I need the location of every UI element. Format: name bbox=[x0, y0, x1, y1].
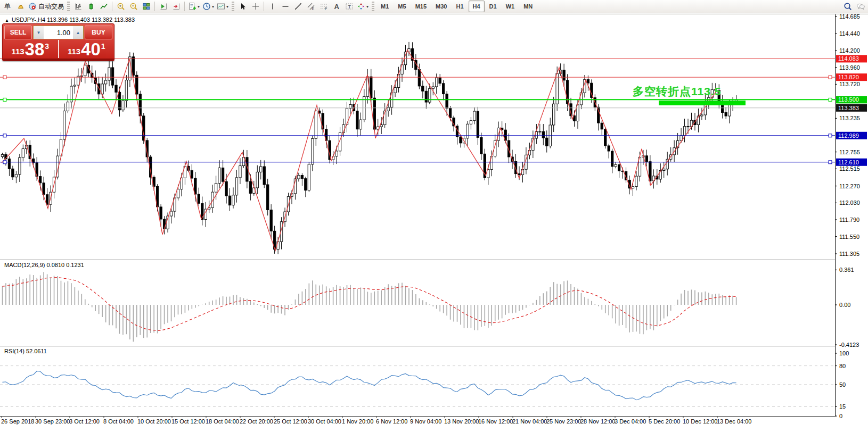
svg-text:30 Oct 04:00: 30 Oct 04:00 bbox=[308, 418, 341, 425]
toolbar-separator bbox=[184, 2, 185, 11]
svg-text:3 Dec 04:00: 3 Dec 04:00 bbox=[615, 418, 646, 425]
timeframe-button-m1[interactable]: M1 bbox=[376, 1, 393, 12]
svg-text:15: 15 bbox=[839, 403, 846, 410]
svg-text:13 Dec 04:00: 13 Dec 04:00 bbox=[717, 418, 751, 425]
svg-text:112.755: 112.755 bbox=[839, 149, 860, 155]
hline-handle[interactable] bbox=[3, 76, 6, 79]
autotrading-button[interactable]: 自动交易 bbox=[27, 1, 65, 12]
chat-icon[interactable] bbox=[854, 1, 866, 12]
svg-text:113.500: 113.500 bbox=[838, 96, 859, 103]
vertical-line-button[interactable] bbox=[266, 1, 279, 12]
svg-text:6 Nov 12:00: 6 Nov 12:00 bbox=[376, 418, 407, 425]
timeframe-button-mn[interactable]: MN bbox=[519, 1, 537, 12]
auto-scroll-button[interactable] bbox=[157, 1, 169, 12]
svg-text:10 Oct 20:00: 10 Oct 20:00 bbox=[137, 418, 171, 425]
search-icon[interactable] bbox=[841, 1, 854, 12]
chart-annotation-text[interactable]: 多空转折点113.5 bbox=[633, 84, 721, 99]
hline-handle[interactable] bbox=[829, 98, 832, 101]
chart-canvas[interactable]: 114.685114.440114.200113.960113.720113.2… bbox=[0, 13, 868, 432]
one-click-trading-panel: SELL ▼ ▲ BUY 113 38 3 113 40 1 bbox=[2, 23, 114, 61]
svg-text:114.200: 114.200 bbox=[839, 47, 860, 54]
dropdown-caret-icon[interactable]: ▾ bbox=[226, 4, 228, 9]
crosshair-button[interactable] bbox=[249, 1, 261, 12]
dropdown-caret-icon[interactable]: ▾ bbox=[212, 4, 214, 9]
svg-text:T: T bbox=[348, 4, 351, 10]
svg-text:0.361: 0.361 bbox=[839, 267, 854, 273]
fibonacci-button[interactable]: F bbox=[317, 1, 330, 12]
new-order-button-partial[interactable]: 单 bbox=[2, 1, 14, 12]
svg-text:113.960: 113.960 bbox=[839, 64, 860, 71]
dropdown-caret-icon[interactable]: ▾ bbox=[198, 4, 200, 9]
main-toolbar: 单自动交易▾▾▾EFAT▾M1M5M15M30H1H4D1W1MN bbox=[0, 0, 868, 13]
zoom-out-button[interactable] bbox=[127, 1, 140, 12]
hline-handle[interactable] bbox=[3, 134, 6, 137]
bar-chart-button[interactable] bbox=[72, 1, 84, 12]
svg-text:50: 50 bbox=[839, 381, 846, 388]
volume-decrease-button[interactable]: ▼ bbox=[34, 26, 44, 39]
text-label-button[interactable]: T bbox=[343, 1, 355, 12]
buy-price-main: 40 bbox=[81, 42, 101, 57]
svg-text:114.440: 114.440 bbox=[839, 30, 860, 37]
svg-text:25 Oct 12:00: 25 Oct 12:00 bbox=[274, 418, 307, 425]
buy-price-pip: 1 bbox=[101, 42, 105, 51]
timeframe-button-h4[interactable]: H4 bbox=[469, 1, 485, 12]
timeframe-button-m5[interactable]: M5 bbox=[394, 1, 410, 12]
volume-input[interactable] bbox=[44, 26, 73, 39]
channel-button[interactable]: E bbox=[305, 1, 317, 12]
svg-text:112.515: 112.515 bbox=[839, 165, 860, 172]
timeframe-button-h1[interactable]: H1 bbox=[452, 1, 468, 12]
svg-text:E: E bbox=[312, 7, 314, 11]
buy-button[interactable]: BUY bbox=[85, 26, 112, 39]
svg-text:10 Dec 12:00: 10 Dec 12:00 bbox=[683, 418, 717, 425]
toolbar-separator bbox=[154, 2, 155, 11]
sell-button[interactable]: SELL bbox=[4, 26, 32, 39]
trendline-button[interactable] bbox=[292, 1, 304, 12]
timeframe-button-m30[interactable]: M30 bbox=[431, 1, 451, 12]
svg-text:80: 80 bbox=[839, 363, 846, 369]
hline-handle[interactable] bbox=[829, 134, 832, 137]
svg-text:15 Oct 12:00: 15 Oct 12:00 bbox=[171, 418, 205, 425]
dropdown-caret-icon[interactable]: ▾ bbox=[366, 4, 369, 9]
templates-button[interactable]: ▾ bbox=[216, 1, 230, 12]
collapse-marker-icon[interactable]: ▲ bbox=[5, 18, 9, 23]
svg-text:9 Nov 04:00: 9 Nov 04:00 bbox=[410, 418, 441, 425]
svg-text:A: A bbox=[334, 3, 339, 11]
hline-handle[interactable] bbox=[3, 98, 6, 101]
cursor-button[interactable] bbox=[236, 1, 249, 12]
annotation-highlight-bar[interactable] bbox=[659, 101, 746, 105]
indicators-button[interactable]: ▾ bbox=[187, 1, 201, 12]
timeframe-button-m15[interactable]: M15 bbox=[411, 1, 431, 12]
buy-price-display[interactable]: 113 40 1 bbox=[59, 40, 114, 58]
volume-stepper: ▼ ▲ bbox=[33, 26, 84, 39]
svg-text:0.00: 0.00 bbox=[839, 302, 850, 308]
volume-increase-button[interactable]: ▲ bbox=[73, 26, 83, 39]
zoom-in-button[interactable] bbox=[114, 1, 127, 12]
hline-handle[interactable] bbox=[829, 161, 832, 164]
svg-text:25 Nov 23:00: 25 Nov 23:00 bbox=[546, 418, 581, 425]
candlestick-chart-button[interactable] bbox=[85, 1, 97, 12]
svg-text:111.790: 111.790 bbox=[839, 217, 859, 223]
svg-text:112.610: 112.610 bbox=[838, 159, 859, 165]
sell-price-display[interactable]: 113 38 3 bbox=[3, 40, 58, 58]
chart-shift-button[interactable] bbox=[170, 1, 182, 12]
line-chart-button[interactable] bbox=[97, 1, 110, 12]
svg-text:113.720: 113.720 bbox=[839, 81, 860, 87]
text-button[interactable]: A bbox=[330, 1, 342, 12]
gold-ingot-icon[interactable] bbox=[14, 1, 27, 12]
svg-text:26 Sep 2018: 26 Sep 2018 bbox=[1, 418, 34, 425]
svg-text:16 Nov 12:00: 16 Nov 12:00 bbox=[478, 418, 513, 425]
hline-handle[interactable] bbox=[829, 76, 832, 79]
rsi-label: RSI(14) 52.0611 bbox=[4, 348, 47, 354]
periods-button[interactable]: ▾ bbox=[201, 1, 215, 12]
timeframe-button-w1[interactable]: W1 bbox=[502, 1, 519, 12]
svg-text:112.989: 112.989 bbox=[838, 132, 859, 139]
toolbar-separator bbox=[264, 2, 264, 11]
timeframe-button-d1[interactable]: D1 bbox=[485, 1, 501, 12]
horizontal-line-button[interactable] bbox=[279, 1, 291, 12]
svg-text:-0.4123: -0.4123 bbox=[839, 342, 859, 348]
svg-text:112.030: 112.030 bbox=[839, 200, 860, 206]
svg-text:30 Sep 23:00: 30 Sep 23:00 bbox=[35, 418, 70, 425]
tile-windows-button[interactable] bbox=[140, 1, 152, 12]
hline-handle[interactable] bbox=[3, 161, 6, 164]
arrows-button[interactable]: ▾ bbox=[356, 1, 370, 12]
